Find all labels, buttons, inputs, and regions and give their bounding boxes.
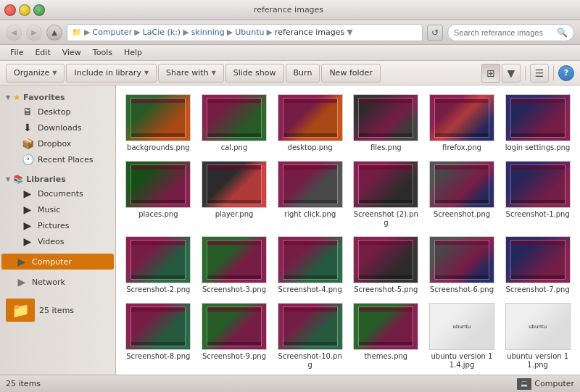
up-button[interactable]: ▲ — [46, 25, 62, 41]
file-item[interactable]: Screenshot (2).png — [349, 158, 423, 230]
favorites-expand-icon: ▼ — [6, 94, 10, 101]
sidebar-item-network[interactable]: ▶ Network — [1, 274, 114, 290]
search-input[interactable] — [454, 28, 554, 37]
sidebar-item-dropbox[interactable]: 📦 Dropbox — [7, 135, 114, 151]
file-label: places.png — [138, 210, 178, 219]
close-button[interactable] — [4, 4, 16, 16]
file-item[interactable]: Screenshot-4.png — [273, 233, 347, 297]
menu-view[interactable]: View — [57, 46, 87, 59]
forward-button[interactable]: ▶ — [26, 25, 42, 41]
sidebar-item-desktop[interactable]: 🖥 Desktop — [7, 104, 114, 120]
include-library-button[interactable]: Include in library ▼ — [66, 64, 157, 83]
file-item[interactable]: Screenshot-7.png — [501, 233, 574, 297]
file-item[interactable]: places.png — [122, 158, 195, 230]
file-item[interactable]: themes.png — [349, 300, 423, 372]
burn-button[interactable]: Burn — [286, 64, 320, 83]
file-thumbnail — [429, 94, 494, 141]
menu-file[interactable]: File — [4, 46, 29, 59]
file-item[interactable]: ubuntuubuntu version 11.png — [501, 300, 574, 372]
documents-label: Documents — [38, 189, 83, 199]
file-item[interactable]: player.png — [198, 158, 271, 230]
file-label: Screenshot-2.png — [126, 285, 190, 294]
file-item[interactable]: Screenshot-1.png — [501, 158, 574, 230]
file-item[interactable]: Screenshot-5.png — [349, 233, 423, 297]
file-thumbnail — [278, 161, 343, 208]
view-dropdown-button[interactable]: ▼ — [502, 64, 521, 83]
downloads-label: Downloads — [38, 123, 81, 133]
sidebar-item-documents[interactable]: ▶ Documents — [7, 185, 114, 201]
sidebar-section-favorites[interactable]: ▼ ★ Favorites — [0, 90, 115, 104]
slideshow-button[interactable]: Slide show — [225, 64, 284, 83]
maximize-button[interactable] — [33, 4, 45, 16]
breadcrumb-item-lacie[interactable]: LaCie (k:) — [143, 28, 181, 37]
titlebar-controls — [4, 4, 45, 16]
sidebar-item-downloads[interactable]: ⬇ Downloads — [7, 120, 114, 135]
breadcrumb-item-computer[interactable]: 📁 — [72, 28, 82, 37]
sidebar-section-libraries[interactable]: ▼ 📚 Libraries — [0, 172, 115, 185]
menu-tools[interactable]: Tools — [87, 46, 118, 59]
file-label: Screenshot-1.png — [506, 210, 570, 219]
file-item[interactable]: desktop.png — [273, 91, 347, 155]
dropbox-label: Dropbox — [38, 139, 71, 149]
up-icon: ▲ — [51, 28, 57, 36]
refresh-button[interactable]: ↺ — [427, 25, 443, 41]
file-thumbnail — [278, 94, 343, 141]
share-label: Share with — [166, 68, 209, 78]
refresh-icon: ↺ — [431, 28, 439, 38]
file-thumbnail — [125, 303, 191, 350]
file-item[interactable]: firefox.png — [426, 91, 499, 155]
sidebar-item-recent[interactable]: 🕐 Recent Places — [7, 151, 114, 167]
file-item[interactable]: cal.png — [198, 91, 271, 155]
file-item[interactable]: login settings.png — [501, 91, 574, 155]
thumbnail-view-button[interactable]: ⊞ — [481, 64, 500, 83]
help-button[interactable]: ? — [558, 65, 574, 81]
sidebar-item-videos[interactable]: ▶ Videos — [7, 233, 114, 249]
thumbnail-view-icon: ⊞ — [486, 67, 495, 79]
menu-help[interactable]: Help — [118, 46, 148, 59]
file-item[interactable]: Screenshot-10.png — [273, 300, 347, 372]
file-thumbnail — [125, 236, 191, 283]
file-item[interactable]: Screenshot-9.png — [198, 300, 271, 372]
sidebar-item-music[interactable]: ▶ Music — [7, 201, 114, 217]
minimize-button[interactable] — [19, 4, 30, 16]
back-button[interactable]: ◀ — [6, 25, 22, 41]
file-thumbnail — [505, 161, 571, 208]
file-thumbnail — [202, 236, 267, 283]
file-item[interactable]: backgrounds.png — [122, 91, 195, 155]
sidebar-item-pictures[interactable]: ▶ Pictures — [7, 217, 114, 233]
sidebar-item-computer[interactable]: ▶ Computer — [1, 254, 114, 270]
menu-edit[interactable]: Edit — [29, 46, 56, 59]
breadcrumb-item-computer-text[interactable]: Computer — [92, 28, 132, 37]
folder-thumbnail: 📁 — [6, 299, 35, 322]
breadcrumb-item-skinning[interactable]: skinning — [191, 28, 225, 37]
new-folder-button[interactable]: New folder — [321, 64, 380, 83]
details-view-button[interactable]: ☰ — [530, 64, 549, 83]
file-item[interactable]: Screenshot-6.png — [426, 233, 499, 297]
file-item[interactable]: ubuntuubuntu version 11.4.jpg — [426, 300, 499, 372]
help-icon: ? — [564, 68, 568, 78]
file-thumbnail — [429, 161, 494, 208]
videos-label: Videos — [38, 237, 65, 246]
file-item[interactable]: Screenshot-8.png — [122, 300, 195, 372]
search-icon[interactable]: 🔍 — [557, 28, 568, 38]
file-thumbnail — [278, 236, 343, 283]
status-computer-label: Computer — [534, 379, 574, 388]
file-label: files.png — [370, 143, 402, 152]
file-item[interactable]: right click.png — [273, 158, 347, 230]
addressbar: ◀ ▶ ▲ 📁 ▶ Computer ▶ LaCie (k:) ▶ skinni… — [0, 20, 580, 45]
file-item[interactable]: Screenshot-3.png — [198, 233, 271, 297]
file-label: Screenshot-9.png — [202, 352, 266, 361]
file-item[interactable]: Screenshot-2.png — [122, 233, 195, 297]
computer-icon: ▶ — [16, 256, 28, 267]
menubar: File Edit View Tools Help — [0, 45, 580, 61]
share-with-button[interactable]: Share with ▼ — [158, 64, 224, 83]
file-item[interactable]: files.png — [349, 91, 423, 155]
file-thumbnail — [353, 236, 418, 283]
file-thumbnail — [505, 94, 571, 141]
breadcrumb-item-ubuntu[interactable]: Ubuntu — [235, 28, 264, 37]
pictures-icon: ▶ — [22, 220, 33, 231]
libraries-expand-icon: ▼ — [6, 176, 10, 183]
organize-button[interactable]: Organize ▼ — [6, 64, 65, 83]
file-item[interactable]: Screenshot.png — [426, 158, 499, 230]
back-icon: ◀ — [11, 28, 17, 36]
